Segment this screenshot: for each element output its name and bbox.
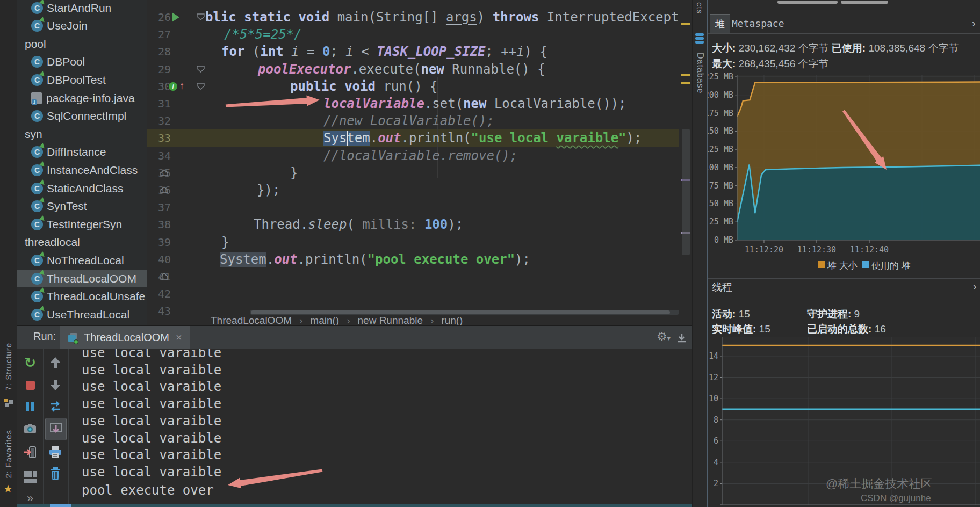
database-tool-button[interactable]: Database [695, 53, 705, 94]
line-number[interactable]: 38 [147, 216, 171, 233]
favorites-star-icon[interactable]: ★ [3, 482, 13, 495]
tool-strip-top-label[interactable]: cts [695, 2, 704, 14]
tree-item-dbpool[interactable]: CDBPool [17, 53, 148, 71]
line-number[interactable]: 33 [147, 129, 171, 147]
editor-error-stripe[interactable] [679, 0, 692, 325]
horizontal-scrollbar-piece[interactable] [841, 1, 888, 4]
code-line-31[interactable]: localVariable.set(new LocalVariable()); [323, 95, 626, 112]
code-line-26[interactable]: blic static void main(String[] args) thr… [205, 9, 679, 26]
structure-tool-button[interactable]: 7: Structure [4, 343, 13, 391]
tree-item-testintegersyn[interactable]: CTestIntegerSyn [17, 215, 148, 233]
tree-item-threadlocal[interactable]: threadlocal [17, 234, 148, 251]
stripe-mark-warning[interactable] [681, 74, 690, 76]
tree-item-package-info-java[interactable]: package-info.java [17, 89, 148, 107]
tree-item-pool[interactable]: pool [17, 35, 148, 53]
soft-wrap-button[interactable] [46, 399, 64, 415]
code-line-36[interactable]: }); [257, 182, 280, 199]
code-token: }); [257, 183, 280, 198]
stripe-mark-warning[interactable] [681, 82, 690, 84]
code-line-34[interactable]: //localVariable.remove(); [323, 147, 517, 164]
print-button[interactable] [46, 444, 64, 460]
line-number[interactable]: 27 [147, 26, 171, 43]
run-console[interactable]: use local varaibleuse local varaibleuse … [68, 349, 692, 504]
tree-item-instanceandclass[interactable]: CInstanceAndClass [17, 161, 148, 179]
settings-gear-icon[interactable]: ⚙▾ [657, 330, 671, 344]
editor-vertical-scrollbar[interactable] [682, 129, 690, 255]
code-line-40[interactable]: System.out.println("pool execute over"); [220, 251, 530, 268]
line-number[interactable]: 37 [147, 199, 171, 216]
line-number[interactable]: 26 [147, 9, 171, 26]
code-line-39[interactable]: } [221, 234, 229, 251]
tree-item-threadlocalunsafe[interactable]: CThreadLocalUnsafe [17, 288, 148, 306]
stripe-mark-warning[interactable] [681, 23, 690, 25]
code-line-27[interactable]: /*5*5=25*/ [224, 26, 302, 43]
rerun-button[interactable]: ↻ [21, 354, 39, 371]
chevron-right-icon[interactable]: › [972, 17, 976, 30]
breadcrumb-item[interactable]: ThreadLocalOOM [211, 315, 292, 327]
close-icon[interactable]: × [176, 331, 182, 344]
favorites-tool-button[interactable]: 2: Favorites [4, 430, 13, 478]
camera-snapshot-button[interactable] [21, 421, 39, 437]
code-line-35[interactable]: } [290, 164, 298, 182]
tree-item-staticandclass[interactable]: CStaticAndClass [17, 179, 148, 197]
restore-layout-button[interactable] [21, 469, 39, 485]
float-window-icon[interactable] [676, 332, 688, 344]
breadcrumb-item[interactable]: main() [310, 315, 339, 327]
tree-item-syn[interactable]: syn [17, 125, 148, 143]
run-tab-threadlocaloom[interactable]: ThreadLocalOOM × [60, 326, 190, 349]
exit-button[interactable] [21, 444, 39, 460]
code-line-28[interactable]: for (int i = 0; i < TASK_LOOP_SIZE; ++i)… [221, 43, 547, 60]
tree-item-usethreadlocal[interactable]: CUseThreadLocal [17, 306, 148, 323]
tree-item-syntest[interactable]: CSynTest [17, 198, 148, 215]
down-stack-trace-button[interactable] [46, 377, 64, 393]
pause-output-button[interactable] [21, 399, 39, 415]
fold-start-icon[interactable] [197, 83, 205, 90]
line-number[interactable]: 29 [147, 61, 171, 78]
line-number[interactable]: 43 [147, 302, 171, 315]
tree-item-diffinstance[interactable]: CDiffInstance [17, 143, 148, 161]
code-line-33[interactable]: System.out.println("use local varaible")… [323, 129, 642, 147]
run-line-icon[interactable] [172, 12, 179, 22]
code-line-38[interactable]: Thread.sleep( millis: 100); [254, 216, 463, 233]
structure-icon[interactable] [4, 399, 13, 407]
line-number[interactable]: 31 [147, 95, 171, 112]
line-number[interactable]: 42 [147, 285, 171, 302]
info-gutter-icon[interactable]: i [169, 82, 177, 91]
tree-item-startandrun[interactable]: CStartAndRun [17, 0, 148, 17]
tree-item-threadlocaloom[interactable]: CThreadLocalOOM [17, 270, 148, 287]
stop-button[interactable] [21, 377, 39, 393]
code-editor[interactable]: 26blic static void main(String[] args) t… [147, 0, 679, 315]
code-line-29[interactable]: poolExecutor.execute(new Runnable() { [258, 61, 545, 78]
fold-end-icon[interactable] [160, 169, 168, 176]
tree-item-nothreadlocal[interactable]: CNoThreadLocal [17, 251, 148, 269]
clear-all-trash-icon[interactable] [46, 466, 64, 482]
fold-end-icon[interactable] [160, 186, 168, 193]
chevron-right-icon[interactable]: › [973, 280, 977, 293]
code-line-32[interactable]: //new LocalVariable(); [323, 112, 494, 129]
tree-item-sqlconnectimpl[interactable]: CSqlConnectImpl [17, 107, 148, 125]
runnable-badge-icon [39, 215, 46, 222]
code-token: /*5*5=25*/ [224, 27, 302, 42]
fold-end-icon[interactable] [160, 273, 168, 280]
tab-metaspace[interactable]: Metaspace [727, 14, 789, 33]
fold-start-icon[interactable] [197, 13, 205, 20]
line-number[interactable]: 34 [147, 147, 171, 164]
legend-used-heap-swatch [862, 261, 869, 268]
line-number[interactable]: 32 [147, 112, 171, 129]
line-number[interactable]: 39 [147, 234, 171, 251]
tree-item-usejoin[interactable]: CUseJoin [17, 17, 148, 35]
code-line-30[interactable]: public void run() { [290, 78, 438, 95]
scroll-to-end-button[interactable] [45, 418, 67, 440]
up-stack-trace-button[interactable] [46, 354, 64, 371]
tree-item-dbpooltest[interactable]: CDBPoolTest [17, 71, 148, 89]
breadcrumb-item[interactable]: run() [441, 315, 463, 327]
code-token: ); [515, 252, 530, 267]
fold-start-icon[interactable] [197, 66, 205, 73]
memory-tabs: 堆 Metaspace › [708, 14, 980, 34]
horizontal-scrollbar-piece[interactable] [777, 1, 838, 4]
breadcrumb-item[interactable]: new Runnable [358, 315, 423, 327]
editor-horizontal-scrollbar[interactable] [250, 310, 679, 315]
line-number[interactable]: 40 [147, 251, 171, 268]
line-number[interactable]: 28 [147, 43, 171, 60]
line-number[interactable]: 30 [147, 78, 171, 95]
